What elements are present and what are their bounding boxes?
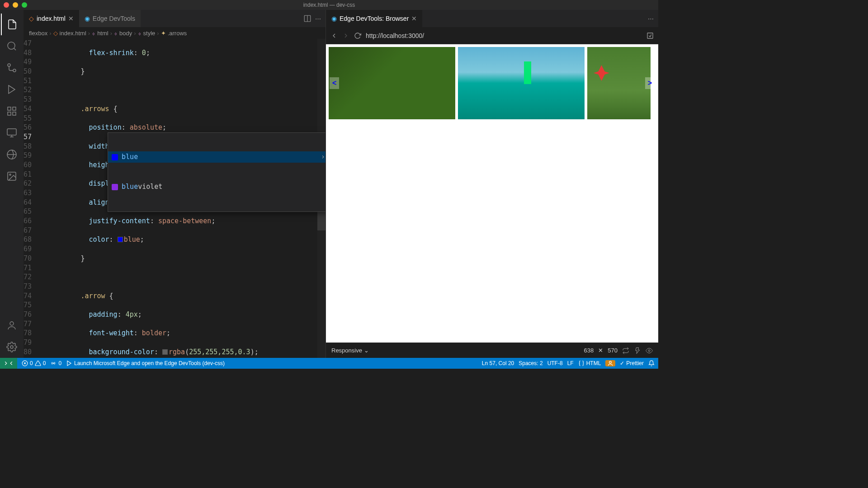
minimize-window-icon[interactable] xyxy=(13,2,18,8)
close-window-icon[interactable] xyxy=(4,2,9,8)
breadcrumb-folder[interactable]: flexbox xyxy=(29,30,47,37)
viewport-width[interactable]: 638 xyxy=(584,347,594,354)
remote-indicator[interactable] xyxy=(0,358,17,369)
svg-rect-9 xyxy=(7,129,16,135)
status-bar: 0 0 0 Launch Microsoft Edge and open the… xyxy=(0,358,658,369)
carousel-next-button[interactable]: > xyxy=(645,77,655,89)
more-actions-icon[interactable]: ⋯ xyxy=(315,15,321,22)
back-icon[interactable] xyxy=(330,32,338,39)
browser-viewport[interactable]: < > xyxy=(326,44,658,343)
breadcrumb-html[interactable]: html xyxy=(97,30,108,37)
chevron-down-icon: ⌄ xyxy=(364,347,369,354)
viewport-footer: Responsive ⌄ 638 ✕ 570 xyxy=(326,343,658,358)
broadcast-icon xyxy=(50,360,57,366)
tab-label: Edge DevTools xyxy=(93,15,135,22)
encoding[interactable]: UTF-8 xyxy=(547,360,563,366)
symbol-icon: ✦ xyxy=(161,30,166,37)
breadcrumb-file[interactable]: index.html xyxy=(60,30,86,37)
accounts-icon[interactable] xyxy=(1,314,23,336)
language-mode[interactable]: HTML xyxy=(578,360,601,366)
tab-actions: ⋯ xyxy=(643,10,658,27)
line-gutter: 4748495051525354555657585960616263646566… xyxy=(24,39,40,358)
breadcrumb[interactable]: flexbox › ◇ index.html › ⬨ html › ⬨ body… xyxy=(24,27,326,39)
activity-bar xyxy=(0,10,24,358)
svg-point-24 xyxy=(53,363,54,364)
window-title: index.html — dev-css xyxy=(303,2,355,8)
symbol-icon: ⬨ xyxy=(114,30,118,37)
inspect-icon[interactable] xyxy=(646,32,654,39)
autocomplete-item[interactable]: blueviolet xyxy=(108,181,326,192)
color-swatch-icon xyxy=(112,184,118,190)
url-input[interactable] xyxy=(366,32,642,39)
warning-icon xyxy=(35,360,41,366)
remote-explorer-icon[interactable] xyxy=(1,122,23,144)
chevron-right-icon: › xyxy=(49,30,51,37)
notifications-icon[interactable] xyxy=(648,360,655,366)
flashlight-icon[interactable] xyxy=(634,347,641,354)
chevron-right-icon: › xyxy=(321,152,325,162)
run-debug-icon[interactable] xyxy=(1,79,23,100)
tab-edge-browser[interactable]: ◉ Edge DevTools: Browser ✕ xyxy=(326,10,422,27)
color-swatch-icon[interactable] xyxy=(118,237,123,242)
symbol-icon: ⬨ xyxy=(92,30,95,37)
tab-edge-devtools[interactable]: ◉ Edge DevTools xyxy=(79,10,141,27)
indentation[interactable]: Spaces: 2 xyxy=(519,360,542,366)
forward-icon[interactable] xyxy=(342,32,349,39)
carousel-arrows: < > xyxy=(329,47,656,119)
ports-indicator[interactable]: 0 xyxy=(50,360,61,366)
edge-tools-icon[interactable] xyxy=(1,144,23,165)
breadcrumb-body[interactable]: body xyxy=(119,30,132,37)
close-tab-icon[interactable]: ✕ xyxy=(411,15,417,22)
carousel-prev-button[interactable]: < xyxy=(330,77,339,89)
error-icon xyxy=(22,360,28,366)
eol[interactable]: LF xyxy=(567,360,574,366)
explorer-icon[interactable] xyxy=(1,14,23,35)
close-tab-icon[interactable]: ✕ xyxy=(68,15,74,22)
cursor-position[interactable]: Ln 57, Col 20 xyxy=(482,360,514,366)
breadcrumb-selector[interactable]: .arrows xyxy=(168,30,187,37)
problems-indicator[interactable]: 0 0 xyxy=(22,360,46,366)
browser-tab-bar: ◉ Edge DevTools: Browser ✕ ⋯ xyxy=(326,10,658,27)
images-icon[interactable] xyxy=(1,165,23,187)
color-swatch-icon[interactable] xyxy=(162,349,168,355)
traffic-lights xyxy=(4,2,27,8)
autocomplete-popup[interactable]: blue › blueviolet xyxy=(108,132,326,212)
svg-rect-8 xyxy=(13,112,16,115)
viewport-height[interactable]: 570 xyxy=(608,347,618,354)
autocomplete-label: blueviolet xyxy=(122,182,325,192)
viewport-sep: ✕ xyxy=(598,347,603,354)
prettier-status[interactable]: ✓ Prettier xyxy=(620,360,644,366)
svg-rect-7 xyxy=(8,112,11,115)
more-actions-icon[interactable]: ⋯ xyxy=(648,15,654,22)
source-control-icon[interactable] xyxy=(1,57,23,79)
extensions-icon[interactable] xyxy=(1,100,23,122)
check-icon: ✓ xyxy=(620,360,624,366)
refresh-icon[interactable] xyxy=(354,32,361,39)
search-icon[interactable] xyxy=(1,35,23,57)
split-editor-icon[interactable] xyxy=(303,14,311,23)
color-swatch-icon xyxy=(112,154,118,160)
braces-icon xyxy=(578,360,585,366)
tab-index-html[interactable]: ◇ index.html ✕ xyxy=(24,10,79,27)
rotate-icon[interactable] xyxy=(622,347,629,354)
chevron-right-icon: › xyxy=(110,30,112,37)
code-lines[interactable]: flex-shrink: 0; } .arrows { position: ab… xyxy=(40,39,326,358)
tab-label: index.html xyxy=(37,15,66,22)
autocomplete-item[interactable]: blue › xyxy=(108,151,326,163)
symbol-icon: ⬨ xyxy=(138,30,142,37)
tab-label: Edge DevTools: Browser xyxy=(340,15,409,22)
viewport-mode[interactable]: Responsive ⌄ xyxy=(331,347,369,354)
live-share[interactable] xyxy=(605,360,615,366)
maximize-window-icon[interactable] xyxy=(22,2,27,8)
svg-point-15 xyxy=(10,322,14,325)
breadcrumb-style[interactable]: style xyxy=(143,30,156,37)
person-icon xyxy=(607,360,613,366)
autocomplete-label: blue xyxy=(122,153,138,161)
svg-marker-25 xyxy=(67,361,71,366)
settings-icon[interactable] xyxy=(1,336,23,358)
launch-task[interactable]: Launch Microsoft Edge and open the Edge … xyxy=(66,360,225,366)
svg-rect-19 xyxy=(647,33,653,38)
eye-icon[interactable] xyxy=(646,347,653,354)
code-editor[interactable]: 4748495051525354555657585960616263646566… xyxy=(24,39,326,358)
edge-icon: ◉ xyxy=(331,15,337,22)
